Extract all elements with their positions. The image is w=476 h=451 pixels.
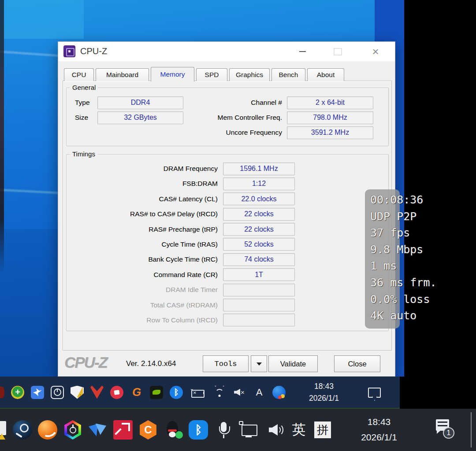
timing-label: FSB:DRAM	[67, 180, 223, 188]
tab-graphics[interactable]: Graphics	[229, 68, 270, 81]
display-network-icon[interactable]	[239, 420, 258, 440]
partial-warning-icon[interactable]	[0, 420, 7, 440]
timing-label: Bank Cycle Time (tRC)	[67, 255, 223, 263]
tab-about[interactable]: About	[307, 68, 344, 81]
taskbar-edge-divider[interactable]	[471, 412, 472, 447]
c-glyph: C	[144, 424, 152, 436]
timings-group: Timings DRAM Frequency 1596.1 MHz FSB:DR…	[66, 154, 389, 331]
action-center-icon[interactable]	[367, 386, 380, 399]
size-value-box[interactable]: 32 GBytes	[97, 111, 183, 124]
tab-cpu[interactable]: CPU	[64, 68, 94, 81]
tab-bench[interactable]: Bench	[271, 68, 305, 81]
timing-row-cas-latency: CAS# Latency (CL) 22.0 clocks	[67, 192, 388, 206]
muted-speaker-icon[interactable]: ×	[233, 386, 246, 399]
titlebar[interactable]: CPU-Z ×	[58, 42, 395, 61]
amd-icon[interactable]	[113, 420, 133, 440]
timing-value-box[interactable]: 22.0 clocks	[223, 192, 295, 205]
remote-clock-time: 18:43	[301, 381, 347, 392]
timing-row-row-to-column: Row To Column (tRCD)	[67, 314, 388, 327]
stream-protocol: UDP P2P	[370, 208, 437, 225]
ime-en[interactable]: 英	[289, 420, 309, 440]
steam-icon[interactable]	[13, 420, 32, 440]
bluetooth-icon[interactable]: ᛒ	[170, 386, 183, 399]
timing-value-box[interactable]: 1596.1 MHz	[223, 163, 295, 175]
notification-icon[interactable]: 1	[434, 418, 454, 439]
bird-app-icon[interactable]	[31, 386, 44, 399]
timing-row-ras-to-cas: RAS# to CAS# Delay (tRCD) 22 clocks	[67, 207, 388, 221]
qq-status-dot	[175, 431, 183, 439]
butterfly-app-icon[interactable]	[87, 419, 108, 440]
timing-value-box	[223, 299, 295, 311]
ime-indicator[interactable]: A	[253, 386, 266, 399]
antivirus-icon[interactable]: +	[11, 386, 24, 399]
security-shield-warning-icon[interactable]	[71, 386, 84, 399]
g-app-icon[interactable]: G	[130, 386, 143, 399]
timing-label: RAS# to CAS# Delay (tRCD)	[67, 210, 223, 218]
stream-resolution: 4K auto	[370, 307, 437, 324]
type-label: Type	[67, 99, 97, 107]
general-group-legend: General	[70, 84, 98, 91]
remote-clock[interactable]: 18:43 2026/1/1	[301, 381, 347, 404]
mem-controller-freq-label: Mem Controller Freq.	[183, 114, 287, 122]
tab-memory[interactable]: Memory	[151, 67, 194, 81]
tools-button[interactable]: Tools	[203, 355, 249, 372]
timing-value-box[interactable]: 1T	[223, 268, 295, 281]
orange-ball-icon[interactable]	[38, 420, 57, 440]
version-text: Ver. 2.14.0.x64	[126, 359, 176, 368]
qq-icon[interactable]	[164, 420, 183, 440]
mem-controller-freq-value-box[interactable]: 798.0 MHz	[287, 111, 373, 124]
timing-value-box[interactable]: 1:12	[223, 177, 295, 190]
size-label: Size	[67, 114, 97, 122]
tools-dropdown-button[interactable]	[251, 355, 267, 372]
timing-label: Cycle Time (tRAS)	[67, 240, 223, 248]
bluetooth-icon[interactable]: ᛒ	[189, 420, 208, 440]
timing-row-trc: Bank Cycle Time (tRC) 74 clocks	[67, 253, 388, 266]
rgb-power-icon[interactable]	[63, 420, 82, 440]
tab-strip: CPU Mainboard Memory SPD Graphics Bench …	[64, 67, 346, 81]
timing-value-box	[223, 284, 295, 296]
validate-button[interactable]: Validate	[268, 355, 318, 372]
general-row: Type DDR4 Channel # 2 x 64-bit	[67, 96, 388, 109]
general-row: Size 32 GBytes Mem Controller Freq. 798.…	[67, 111, 388, 124]
tab-spd[interactable]: SPD	[196, 68, 227, 81]
type-value-box[interactable]: DDR4	[97, 96, 183, 109]
timing-value-box[interactable]: 22 clocks	[223, 223, 295, 236]
battery-x-glyph: ×	[193, 389, 197, 396]
minimize-button[interactable]	[296, 45, 309, 58]
timing-row-dram-frequency: DRAM Frequency 1596.1 MHz	[67, 162, 388, 175]
microphone-icon[interactable]	[214, 420, 233, 440]
general-group: General Type DDR4 Channel # 2 x 64-bit S…	[66, 88, 389, 146]
g-glyph: G	[132, 385, 141, 399]
mute-x-glyph: ×	[241, 388, 245, 396]
stream-bitrate: 9.8 Mbps	[370, 241, 437, 258]
weather-sphere-icon[interactable]	[272, 386, 286, 399]
timing-label: Row To Column (tRCD)	[67, 316, 223, 324]
close-button[interactable]: Close	[334, 355, 380, 372]
stream-elapsed-time: 00:08:36	[370, 192, 437, 208]
timing-value-box	[223, 314, 295, 326]
stream-fps: 37 fps	[370, 225, 437, 241]
partial-app-icon[interactable]	[0, 387, 4, 398]
local-clock[interactable]: 18:43 2026/1/1	[350, 414, 408, 445]
timing-value-box[interactable]: 22 clocks	[223, 208, 295, 221]
uncore-frequency-value-box[interactable]: 3591.2 MHz	[287, 126, 373, 139]
tab-mainboard[interactable]: Mainboard	[96, 68, 149, 81]
channel-value-box[interactable]: 2 x 64-bit	[287, 96, 373, 109]
orange-hex-icon[interactable]: C	[138, 420, 158, 440]
nvidia-icon[interactable]	[150, 386, 163, 399]
battery-unplugged-icon[interactable]: ×⌁	[190, 386, 206, 399]
wifi-icon[interactable]	[213, 386, 226, 399]
red-download-arrow-icon[interactable]	[90, 386, 104, 399]
red-dot-app-icon[interactable]	[110, 386, 123, 399]
maximize-button	[331, 45, 344, 58]
plus-glyph: +	[15, 387, 20, 397]
qq-scarf	[168, 429, 177, 432]
power-gear-icon[interactable]	[51, 386, 64, 399]
ime-pinyin[interactable]: 拼	[314, 421, 331, 438]
timing-label: Command Rate (CR)	[67, 271, 223, 279]
timing-value-box[interactable]: 52 clocks	[223, 238, 295, 251]
close-window-button[interactable]: ×	[369, 45, 382, 58]
plug-glyph: ⌁	[190, 387, 193, 392]
timing-value-box[interactable]: 74 clocks	[223, 253, 295, 266]
speaker-icon[interactable]	[264, 420, 283, 440]
